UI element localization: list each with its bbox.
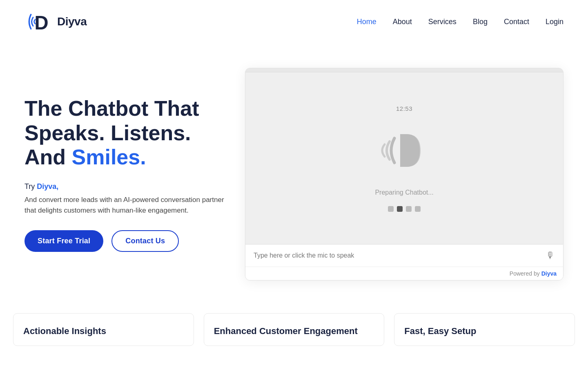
hero-heading-line3-highlight: Smiles. [72, 145, 146, 169]
card-easy-setup: Fast, Easy Setup [394, 313, 575, 346]
hero-heading: The Chatbot That Speaks. Listens. And Sm… [24, 96, 229, 170]
hero-text: The Chatbot That Speaks. Listens. And Sm… [24, 96, 229, 252]
powered-by-brand: Diyva [541, 270, 557, 277]
dot-2 [397, 206, 403, 212]
chatbot-body: 12:53 Preparing Chatbot... [245, 72, 563, 244]
hero-heading-line3-prefix: And [24, 145, 72, 169]
hero-buttons: Start Free Trial Contact Us [24, 230, 229, 252]
card-customer-engagement: Enhanced Customer Engagement [204, 313, 385, 346]
main-nav: Home About Services Blog Contact Login [357, 18, 564, 26]
svg-text:D: D [35, 12, 49, 34]
nav-login[interactable]: Login [546, 18, 564, 26]
feature-cards-section: Actionable Insights Enhanced Customer En… [0, 313, 588, 346]
hero-try-line: Try Diyva, [24, 181, 229, 192]
nav-contact[interactable]: Contact [504, 18, 529, 26]
logo-icon: D [24, 7, 53, 36]
logo-text: Diyva [57, 15, 87, 28]
chatbot-status-text: Preparing Chatbot... [375, 189, 433, 196]
dot-1 [388, 206, 394, 212]
chatbot-sound-icon [376, 122, 433, 179]
nav-blog[interactable]: Blog [473, 18, 488, 26]
hero-description: And convert more leads with an AI-powere… [24, 195, 229, 215]
chatbot-input-row[interactable]: 🎙 [245, 244, 563, 267]
start-trial-button[interactable]: Start Free Trial [24, 230, 103, 252]
nav-services[interactable]: Services [428, 18, 457, 26]
microphone-icon[interactable]: 🎙 [546, 250, 555, 261]
powered-by-text: Powered by [510, 270, 541, 277]
hero-try-prefix: Try [24, 182, 37, 191]
dot-4 [415, 206, 421, 212]
hero-heading-line1: The Chatbot That [24, 96, 199, 120]
chatbot-text-input[interactable] [254, 252, 546, 259]
chatbot-footer: Powered by Diyva [245, 267, 563, 280]
card-title-3: Fast, Easy Setup [404, 326, 565, 337]
hero-brand-name: Diyva, [37, 182, 58, 191]
chatbot-top-bar [245, 68, 563, 72]
card-actionable-insights: Actionable Insights [13, 313, 194, 346]
nav-home[interactable]: Home [357, 18, 376, 26]
card-title-1: Actionable Insights [23, 326, 184, 337]
hero-section: The Chatbot That Speaks. Listens. And Sm… [0, 43, 588, 297]
chatbot-widget: 12:53 Preparing Chatbot... [245, 68, 564, 280]
hero-heading-line2: Speaks. Listens. [24, 121, 191, 145]
contact-us-button[interactable]: Contact Us [111, 230, 179, 252]
logo[interactable]: D Diyva [24, 7, 87, 36]
dot-3 [406, 206, 412, 212]
hero-subtext: Try Diyva, And convert more leads with a… [24, 181, 229, 215]
chatbot-time: 12:53 [396, 105, 412, 112]
chatbot-loading-dots [388, 206, 421, 212]
nav-about[interactable]: About [393, 18, 412, 26]
card-title-2: Enhanced Customer Engagement [214, 326, 374, 337]
